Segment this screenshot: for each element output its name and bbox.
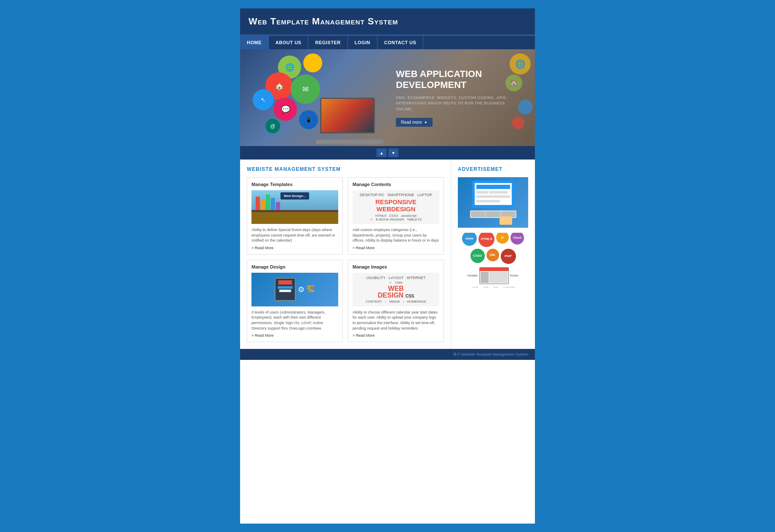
right-bubble-1: 🌐 bbox=[510, 53, 531, 74]
nav-about[interactable]: ABOUT US bbox=[269, 36, 308, 49]
right-bubble-2: 🏠 bbox=[505, 74, 522, 91]
slider-controls: ▲ ▼ bbox=[240, 146, 535, 160]
main-content: WEBISTE MANAGEMENT SYSTEM Manage Templat… bbox=[240, 160, 451, 349]
card-manage-images: Manage Images USABILITY LAYOUT INTERNET … bbox=[348, 260, 444, 342]
laptop-screen bbox=[320, 98, 375, 133]
nav-login[interactable]: LOGIN bbox=[348, 36, 377, 49]
slider-prev-button[interactable]: ▲ bbox=[377, 149, 387, 157]
laptop-base bbox=[316, 140, 383, 144]
footer-text: © bbox=[454, 352, 457, 356]
footer-link[interactable]: © Website Template Management System bbox=[457, 352, 528, 356]
site-footer: © © Website Template Management System bbox=[240, 349, 535, 360]
bubble-chat: 💬 bbox=[274, 98, 297, 121]
card-2-link[interactable]: Read More bbox=[353, 246, 439, 250]
nav-contact[interactable]: CONTACT US bbox=[377, 36, 423, 49]
card-2-text: Add custom employee categories (i.e., de… bbox=[353, 227, 439, 243]
card-2-image: DESKTOP-PC SMARTPHONE LAPTOP RESPONSIVEW… bbox=[353, 190, 439, 224]
card-4-title: Manage Images bbox=[353, 264, 439, 269]
hero-banner: 🌐 🏠 ↖ ✉ 💬 📱 📊 @ WEB APPLICAT bbox=[240, 49, 535, 146]
sidebar-ad-2: www HTML5 js Cloud CSS3 XML PHP header bbox=[458, 233, 528, 287]
card-1-title: Manage Templates bbox=[251, 182, 338, 187]
card-manage-contents: Manage Contents DESKTOP-PC SMARTPHONE LA… bbox=[348, 177, 444, 255]
hero-laptop bbox=[316, 98, 383, 144]
sidebar-title: ADVERTISEMET bbox=[458, 166, 528, 172]
site-title: Web Template Management System bbox=[249, 16, 526, 27]
content-area: WEBISTE MANAGEMENT SYSTEM Manage Templat… bbox=[240, 160, 535, 349]
card-1-link[interactable]: Read More bbox=[251, 246, 338, 250]
bubble-phone: 📱 bbox=[299, 110, 318, 129]
card-1-image: Web Design... bbox=[251, 190, 338, 224]
slider-next-button[interactable]: ▼ bbox=[388, 149, 398, 157]
card-3-link[interactable]: Read More bbox=[251, 333, 338, 338]
cards-grid: Manage Templates bbox=[247, 177, 444, 342]
main-section-title: WEBISTE MANAGEMENT SYSTEM bbox=[247, 166, 444, 172]
laptop-screen-inner bbox=[321, 99, 374, 132]
sidebar: ADVERTISEMET bbox=[451, 160, 535, 349]
card-3-image: ⚙ 🏗 bbox=[251, 273, 338, 306]
card-3-title: Manage Design bbox=[251, 264, 338, 269]
bubbles-container: 🌐 🏠 ↖ ✉ 💬 📱 📊 @ bbox=[253, 51, 371, 144]
sidebar-ad-1 bbox=[458, 177, 528, 228]
card-4-link[interactable]: Read More bbox=[353, 333, 439, 338]
card-1-text: Ability to define Special Event days (da… bbox=[251, 227, 338, 243]
card-manage-design: Manage Design ⚙ 🏗 bbox=[247, 260, 343, 342]
hero-left: 🌐 🏠 ↖ ✉ 💬 📱 📊 @ bbox=[240, 49, 383, 146]
bubble-cursor: ↖ bbox=[253, 89, 274, 110]
card-2-title: Manage Contents bbox=[353, 182, 439, 187]
nav-home[interactable]: HOME bbox=[240, 36, 269, 49]
right-bubble-3 bbox=[518, 100, 533, 114]
card-manage-templates: Manage Templates bbox=[247, 177, 343, 255]
card-4-image: USABILITY LAYOUT INTERNET ✓ CMS WEBDESIG… bbox=[353, 273, 439, 306]
card-3-text: 3 levels of users (Administrators, Manag… bbox=[251, 310, 338, 331]
bubble-yellow bbox=[303, 53, 322, 72]
bubble-at: @ bbox=[265, 119, 280, 133]
card-4-text: Ability to choose different calendar yea… bbox=[353, 310, 439, 331]
nav-register[interactable]: REGISTER bbox=[308, 36, 347, 49]
hero-right-bubbles: 🌐 🏠 bbox=[501, 49, 535, 146]
hero-read-more-button[interactable]: Read more bbox=[396, 118, 433, 127]
right-bubble-4 bbox=[512, 117, 524, 129]
nav-bar: HOME ABOUT US REGISTER LOGIN CONTACT US bbox=[240, 35, 535, 49]
site-header: Web Template Management System bbox=[240, 8, 535, 35]
